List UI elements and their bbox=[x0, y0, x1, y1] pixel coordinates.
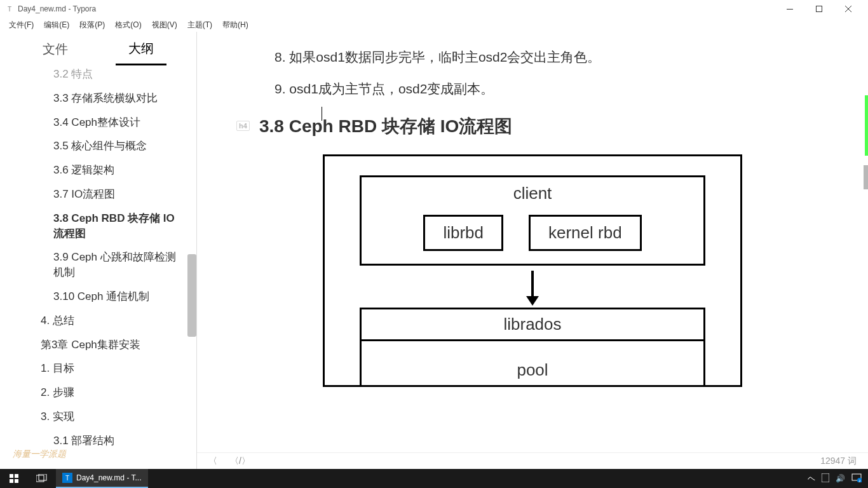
arrow-down-icon bbox=[325, 266, 740, 308]
menu-paragraph[interactable]: 段落(P) bbox=[74, 18, 110, 32]
menu-view[interactable]: 视图(V) bbox=[147, 18, 182, 32]
sidebar-tabs: 文件 大纲 bbox=[0, 32, 196, 67]
outline-item[interactable]: 3.5 核心组件与概念 bbox=[0, 134, 196, 158]
outline-item[interactable]: 3.10 Ceph 通信机制 bbox=[0, 285, 196, 309]
tray-volume-icon[interactable]: 🔊 bbox=[836, 474, 845, 483]
diagram-client-box: client librbd kernel rbd bbox=[360, 175, 705, 266]
sidebar: 文件 大纲 3.2 特点 3.3 存储系统横纵对比 3.4 Ceph整体设计 3… bbox=[0, 32, 197, 469]
diagram-librados-box: librados pool bbox=[360, 308, 705, 385]
taskbar-app-label: Day4_new.md - T... bbox=[76, 473, 142, 482]
menu-edit[interactable]: 编辑(E) bbox=[39, 18, 74, 32]
menu-help[interactable]: 帮助(H) bbox=[217, 18, 254, 32]
tray-chevron-icon[interactable]: ヘ bbox=[808, 473, 815, 484]
task-view-button[interactable] bbox=[28, 469, 56, 488]
svg-rect-7 bbox=[15, 474, 18, 478]
maximize-button[interactable] bbox=[804, 0, 834, 18]
svg-rect-8 bbox=[10, 479, 13, 483]
outline-item[interactable]: 第3章 Ceph集群安装 bbox=[0, 333, 196, 357]
heading-level-badge: h4 bbox=[236, 121, 250, 131]
list-item[interactable]: 8. 如果osd1数据同步完毕，临时主osd2会交出主角色。 bbox=[275, 44, 806, 70]
tray-bluetooth-icon[interactable] bbox=[822, 473, 829, 484]
menu-theme[interactable]: 主题(T) bbox=[182, 18, 217, 32]
diagram-label: pool bbox=[362, 341, 703, 385]
diagram-label: librbd bbox=[423, 215, 503, 251]
word-count[interactable]: 12947 词 bbox=[820, 456, 857, 467]
windows-taskbar: T Day4_new.md - T... ヘ 🔊 2 bbox=[0, 469, 868, 488]
back-icon[interactable]: 〈 bbox=[208, 456, 217, 467]
diagram-label: kernel rbd bbox=[529, 215, 642, 251]
typora-icon: T bbox=[62, 473, 72, 483]
outline-list[interactable]: 3.2 特点 3.3 存储系统横纵对比 3.4 Ceph整体设计 3.5 核心组… bbox=[0, 67, 196, 469]
menubar: 文件(F) 编辑(E) 段落(P) 格式(O) 视图(V) 主题(T) 帮助(H… bbox=[0, 18, 868, 32]
diagram-label: librados bbox=[362, 309, 703, 341]
app-icon: T bbox=[5, 4, 14, 13]
tray-notification-icon[interactable]: 2 bbox=[851, 473, 862, 484]
outline-item[interactable]: 3.2 特点 bbox=[0, 67, 196, 86]
minimap-highlight bbox=[865, 95, 868, 156]
source-code-icon[interactable]: 〈/〉 bbox=[230, 456, 250, 467]
content-scrollbar[interactable] bbox=[864, 165, 868, 189]
watermark: 海量一学派题 bbox=[13, 449, 66, 460]
minimize-button[interactable] bbox=[775, 0, 804, 18]
outline-item[interactable]: 4. 总结 bbox=[0, 309, 196, 333]
svg-rect-0 bbox=[787, 9, 793, 10]
sidebar-scrollbar[interactable] bbox=[187, 254, 196, 337]
svg-rect-1 bbox=[817, 6, 822, 12]
outline-item[interactable]: 3.7 IO流程图 bbox=[0, 182, 196, 207]
start-button[interactable] bbox=[0, 469, 28, 488]
tab-outline[interactable]: 大纲 bbox=[116, 34, 166, 65]
flow-diagram: client librbd kernel rbd librados pool bbox=[323, 154, 742, 387]
outline-item-active[interactable]: 3.8 Ceph RBD 块存储 IO流程图 bbox=[0, 207, 196, 246]
ordered-list: 8. 如果osd1数据同步完毕，临时主osd2会交出主角色。 9. osd1成为… bbox=[259, 44, 806, 102]
window-title: Day4_new.md - Typora bbox=[18, 4, 96, 13]
svg-marker-5 bbox=[526, 296, 539, 306]
outline-item[interactable]: 3.3 存储系统横纵对比 bbox=[0, 86, 196, 111]
outline-item[interactable]: 1. 目标 bbox=[0, 356, 196, 381]
svg-rect-12 bbox=[822, 473, 829, 482]
status-bar: 〈 〈/〉 12947 词 bbox=[197, 452, 868, 469]
diagram-label: client bbox=[362, 177, 703, 215]
text-cursor bbox=[322, 107, 322, 121]
taskbar-app-typora[interactable]: T Day4_new.md - T... bbox=[56, 469, 148, 488]
list-item[interactable]: 9. osd1成为主节点，osd2变成副本。 bbox=[275, 76, 806, 102]
outline-item[interactable]: 3.6 逻辑架构 bbox=[0, 158, 196, 182]
menu-format[interactable]: 格式(O) bbox=[110, 18, 146, 32]
heading[interactable]: h4 3.8 Ceph RBD 块存储 IO流程图 bbox=[259, 114, 806, 139]
system-tray[interactable]: ヘ 🔊 2 bbox=[801, 473, 868, 484]
tab-files[interactable]: 文件 bbox=[30, 34, 81, 64]
svg-rect-6 bbox=[10, 474, 13, 478]
close-button[interactable] bbox=[834, 0, 863, 18]
editor-content[interactable]: 8. 如果osd1数据同步完毕，临时主osd2会交出主角色。 9. osd1成为… bbox=[197, 32, 868, 469]
outline-item[interactable]: 3.9 Ceph 心跳和故障检测机制 bbox=[0, 245, 196, 285]
window-titlebar: T Day4_new.md - Typora bbox=[0, 0, 868, 18]
outline-item[interactable]: 2. 步骤 bbox=[0, 381, 196, 405]
outline-item[interactable]: 3.4 Ceph整体设计 bbox=[0, 111, 196, 135]
heading-text: 3.8 Ceph RBD 块存储 IO流程图 bbox=[259, 116, 512, 136]
outline-item[interactable]: 3. 实现 bbox=[0, 405, 196, 429]
menu-file[interactable]: 文件(F) bbox=[4, 18, 39, 32]
svg-rect-9 bbox=[15, 479, 18, 483]
